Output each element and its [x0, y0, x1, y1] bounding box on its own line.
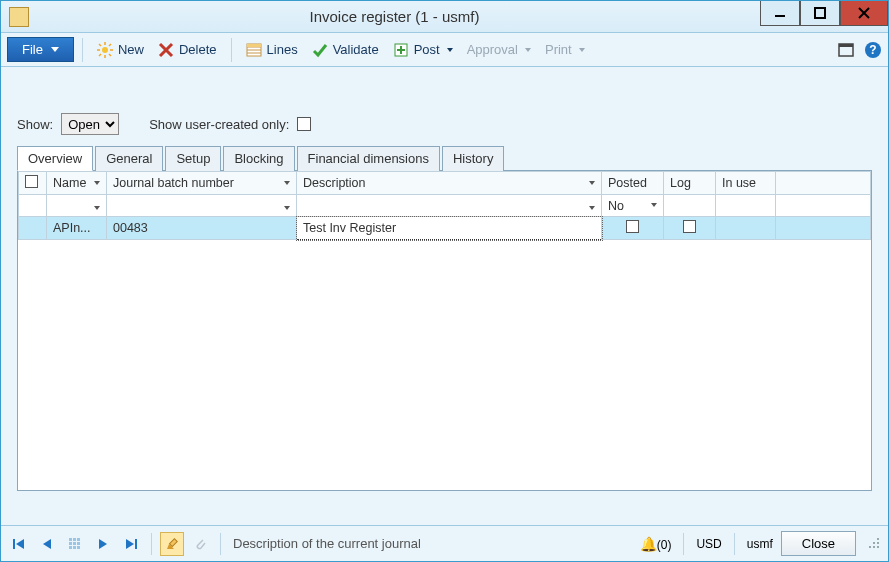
svg-marker-39 — [99, 539, 107, 549]
user-created-checkbox[interactable] — [297, 117, 311, 131]
separator — [82, 38, 83, 62]
resize-grip-icon[interactable] — [868, 537, 882, 551]
nav-prev-button[interactable] — [35, 532, 59, 556]
show-select[interactable]: Open — [61, 113, 119, 135]
new-button[interactable]: New — [91, 39, 150, 61]
select-all-header[interactable] — [19, 172, 47, 195]
cell-description-editing[interactable]: Test Inv Register — [297, 217, 602, 240]
cell-posted[interactable] — [602, 217, 664, 240]
file-label: File — [22, 42, 43, 57]
tab-blocking[interactable]: Blocking — [223, 146, 294, 171]
filter-batch[interactable] — [107, 195, 297, 217]
toolbar: File New Delete Lines Validate Post Appr… — [1, 33, 888, 67]
svg-rect-36 — [69, 546, 72, 549]
nav-next-button[interactable] — [91, 532, 115, 556]
chevron-down-icon — [579, 48, 585, 52]
minimize-button[interactable] — [760, 0, 800, 26]
lines-icon — [246, 42, 262, 58]
chevron-down-icon — [589, 206, 595, 210]
window-icon[interactable] — [838, 42, 854, 58]
svg-marker-28 — [16, 539, 24, 549]
tab-setup[interactable]: Setup — [165, 146, 221, 171]
attachment-button[interactable] — [188, 532, 212, 556]
chevron-down-icon — [447, 48, 453, 52]
filter-posted[interactable]: No — [602, 195, 664, 217]
lines-button[interactable]: Lines — [240, 39, 304, 61]
print-label: Print — [545, 42, 572, 57]
approval-menu-button[interactable]: Approval — [461, 39, 537, 60]
tab-general[interactable]: General — [95, 146, 163, 171]
cell-name[interactable]: APIn... — [47, 217, 107, 240]
svg-rect-34 — [73, 542, 76, 545]
print-menu-button[interactable]: Print — [539, 39, 591, 60]
cell-inuse[interactable] — [716, 217, 776, 240]
svg-rect-43 — [169, 538, 177, 546]
table-row[interactable]: APIn... 00483 Test Inv Register — [19, 217, 871, 240]
grid: Name Journal batch number Description Po… — [17, 171, 872, 491]
close-window-button[interactable] — [840, 0, 888, 26]
close-button[interactable]: Close — [781, 531, 856, 556]
col-tail-header — [776, 172, 871, 195]
titlebar: Invoice register (1 - usmf) — [1, 1, 888, 33]
cell-batch[interactable]: 00483 — [107, 217, 297, 240]
svg-rect-37 — [73, 546, 76, 549]
alerts-indicator[interactable]: 🔔(0) — [640, 536, 672, 552]
col-name-header[interactable]: Name — [47, 172, 107, 195]
svg-rect-32 — [77, 538, 80, 541]
tab-financial-dimensions[interactable]: Financial dimensions — [297, 146, 440, 171]
filter-log[interactable] — [664, 195, 716, 217]
svg-line-10 — [109, 54, 111, 56]
svg-rect-35 — [77, 542, 80, 545]
svg-rect-38 — [77, 546, 80, 549]
nav-last-button[interactable] — [119, 532, 143, 556]
col-inuse-header[interactable]: In use — [716, 172, 776, 195]
sun-icon — [97, 42, 113, 58]
svg-rect-31 — [73, 538, 76, 541]
chevron-down-icon — [651, 203, 657, 207]
svg-rect-30 — [69, 538, 72, 541]
post-icon — [393, 42, 409, 58]
window-controls — [760, 1, 888, 32]
approval-label: Approval — [467, 42, 518, 57]
tab-history[interactable]: History — [442, 146, 504, 171]
svg-line-9 — [99, 44, 101, 46]
grid-filter-row: No — [19, 195, 871, 217]
chevron-down-icon — [284, 206, 290, 210]
post-menu-button[interactable]: Post — [387, 39, 459, 61]
checkbox-icon — [683, 220, 696, 233]
validate-label: Validate — [333, 42, 379, 57]
separator — [231, 38, 232, 62]
file-menu-button[interactable]: File — [7, 37, 74, 62]
delete-x-icon — [158, 42, 174, 58]
help-icon[interactable]: ? — [864, 41, 882, 59]
filter-name[interactable] — [47, 195, 107, 217]
delete-button[interactable]: Delete — [152, 39, 223, 61]
chevron-down-icon — [284, 181, 290, 185]
chevron-down-icon — [51, 47, 59, 52]
cell-log[interactable] — [664, 217, 716, 240]
edit-mode-button[interactable] — [160, 532, 184, 556]
tab-strip: Overview General Setup Blocking Financia… — [17, 145, 872, 171]
window-title: Invoice register (1 - usmf) — [29, 8, 760, 25]
col-log-header[interactable]: Log — [664, 172, 716, 195]
tab-overview[interactable]: Overview — [17, 146, 93, 171]
validate-button[interactable]: Validate — [306, 39, 385, 61]
col-desc-header[interactable]: Description — [297, 172, 602, 195]
nav-grid-button[interactable] — [63, 532, 87, 556]
svg-rect-41 — [135, 539, 137, 549]
bell-icon: 🔔 — [640, 536, 657, 552]
chevron-down-icon — [94, 206, 100, 210]
chevron-down-icon — [589, 181, 595, 185]
maximize-button[interactable] — [800, 0, 840, 26]
svg-marker-40 — [126, 539, 134, 549]
lines-label: Lines — [267, 42, 298, 57]
col-batch-header[interactable]: Journal batch number — [107, 172, 297, 195]
status-bar: Description of the current journal 🔔(0) … — [1, 525, 888, 561]
filter-desc[interactable] — [297, 195, 602, 217]
nav-first-button[interactable] — [7, 532, 31, 556]
col-posted-header[interactable]: Posted — [602, 172, 664, 195]
svg-rect-0 — [775, 15, 785, 17]
svg-line-12 — [99, 54, 101, 56]
user-created-label: Show user-created only: — [149, 117, 289, 132]
filter-inuse[interactable] — [716, 195, 776, 217]
